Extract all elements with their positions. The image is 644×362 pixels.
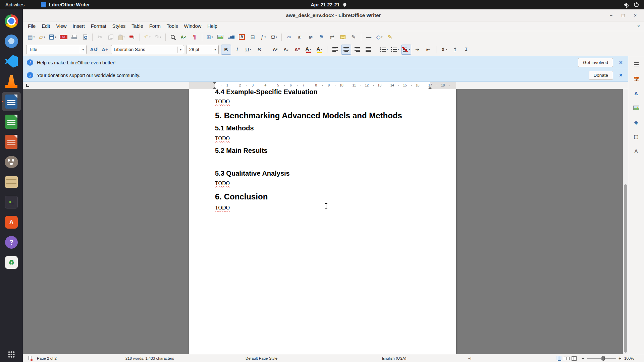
scrollbar-thumb[interactable] xyxy=(624,184,627,353)
fmt-clear-formatting[interactable]: Aˣ xyxy=(292,45,302,55)
zoom-slider[interactable] xyxy=(587,358,616,359)
maximize-button[interactable]: □ xyxy=(619,12,627,18)
fmt-underline[interactable]: U▾ xyxy=(243,45,253,55)
tb1-print-preview[interactable] xyxy=(80,32,90,42)
sidebar-styles-button[interactable]: A xyxy=(631,88,641,98)
fmt-bold[interactable]: B xyxy=(221,45,231,55)
infobar-close-icon[interactable]: × xyxy=(619,72,623,79)
system-indicators[interactable] xyxy=(624,2,639,7)
fmt-decrease-paragraph-spacing[interactable]: ↧ xyxy=(461,45,471,55)
dock-gimp[interactable] xyxy=(2,152,21,172)
tb1-insert-comment[interactable] xyxy=(338,32,348,42)
page-count[interactable]: Page 2 of 2 xyxy=(37,354,57,362)
document-page[interactable]: 4.4 Example-Specific EvaluationTODO5. Be… xyxy=(189,89,456,354)
menu-tools[interactable]: Tools xyxy=(164,22,181,30)
menu-insert[interactable]: Insert xyxy=(70,22,88,30)
tb1-basic-shapes[interactable]: ◇▾ xyxy=(374,32,384,42)
activities-button[interactable]: Activities xyxy=(5,2,24,7)
single-page-view-button[interactable] xyxy=(556,356,562,360)
title-bar[interactable]: awe_desk_env.docx - LibreOffice Writer −… xyxy=(23,9,644,21)
dock-impress[interactable] xyxy=(2,132,21,152)
book-view-button[interactable] xyxy=(571,356,577,360)
fmt-italic[interactable]: I xyxy=(232,45,242,55)
close-document-button[interactable]: × xyxy=(637,23,640,29)
tb1-show-draw-functions[interactable]: ✎ xyxy=(385,32,395,42)
tb1-horizontal-line[interactable]: — xyxy=(364,32,374,42)
tb1-new-document[interactable]: ▤▾ xyxy=(26,32,36,42)
dock-vlc[interactable] xyxy=(2,72,21,91)
selection-mode-icon[interactable]: ⌐I xyxy=(468,354,471,362)
tab-stop-selector[interactable] xyxy=(26,84,29,87)
zoom-in-button[interactable]: + xyxy=(619,354,621,362)
font-name-select[interactable]: Liberation Sans ▾ xyxy=(111,45,184,54)
tb1-insert-image[interactable] xyxy=(215,32,225,42)
page-style[interactable]: Default Page Style xyxy=(246,354,277,362)
first-line-indent-marker[interactable] xyxy=(213,82,216,84)
left-indent-marker[interactable] xyxy=(213,87,216,89)
fmt-no-list[interactable]: ▾ xyxy=(401,45,411,55)
tb1-print[interactable] xyxy=(69,32,79,42)
tb1-open[interactable]: ▱▾ xyxy=(37,32,47,42)
doc-line[interactable]: TODO xyxy=(215,180,230,186)
dock-trash[interactable]: ♻ xyxy=(2,253,21,272)
fmt-align-justify[interactable] xyxy=(363,45,373,55)
dock-ubuntu-software[interactable]: A xyxy=(2,213,21,232)
sidebar-navigator-button[interactable]: ◈ xyxy=(631,117,641,127)
tb1-insert-endnote[interactable]: aⁿ xyxy=(306,32,316,42)
tb1-insert-page-break[interactable]: ⊟ xyxy=(248,32,258,42)
fmt-align-right[interactable] xyxy=(352,45,362,55)
doc-line[interactable]: 5.2 Main Results xyxy=(215,147,268,155)
fmt-font-color[interactable]: A▾ xyxy=(303,45,313,55)
word-count[interactable]: 218 words, 1,433 characters xyxy=(125,354,174,362)
tb1-track-changes[interactable]: ✎ xyxy=(348,32,359,42)
tb1-undo[interactable]: ↶▾ xyxy=(142,32,152,42)
dock-terminal[interactable]: >_ xyxy=(2,192,21,212)
paragraph-style-select[interactable]: Title ▾ xyxy=(26,45,87,54)
update-style-button[interactable]: A↺ xyxy=(89,45,99,55)
dock-help[interactable]: ? xyxy=(2,233,21,252)
menu-form[interactable]: Form xyxy=(146,22,164,30)
menu-file[interactable]: File xyxy=(25,22,39,30)
zoom-out-button[interactable]: − xyxy=(582,354,584,362)
tb1-copy[interactable] xyxy=(106,32,116,42)
fmt-unordered-list[interactable]: ▾ xyxy=(379,45,389,55)
doc-line[interactable]: TODO xyxy=(215,99,230,105)
donate-button[interactable]: Donate xyxy=(589,71,613,80)
menu-view[interactable]: View xyxy=(53,22,69,30)
text-language[interactable]: English (USA) xyxy=(382,354,406,362)
fmt-align-center[interactable] xyxy=(341,45,351,55)
topbar-app-indicator[interactable]: LibreOffice Writer xyxy=(41,2,90,7)
menu-styles[interactable]: Styles xyxy=(109,22,129,30)
zoom-level[interactable]: 100% xyxy=(624,354,634,362)
menu-help[interactable]: Help xyxy=(204,22,220,30)
tb1-paste[interactable]: ▾ xyxy=(116,32,126,42)
sidebar-sidebar-settings-button[interactable] xyxy=(631,60,641,69)
tb1-find-replace[interactable] xyxy=(168,32,178,42)
fmt-superscript[interactable]: A² xyxy=(270,45,280,55)
app-grid-button[interactable] xyxy=(8,351,15,358)
tb1-insert-cross-reference[interactable]: ⇄ xyxy=(327,32,337,42)
tb1-cut[interactable]: ✂ xyxy=(95,32,105,42)
tb1-insert-field[interactable]: ƒ▾ xyxy=(258,32,268,42)
document-modified-icon[interactable] xyxy=(28,356,32,361)
fmt-highlight-color[interactable]: A▾ xyxy=(314,45,324,55)
doc-line[interactable]: 5.3 Qualitative Analysis xyxy=(215,170,290,177)
tb1-insert-table[interactable]: ⊞▾ xyxy=(205,32,215,42)
doc-line[interactable]: 4.4 Example-Specific Evaluation xyxy=(215,89,318,96)
new-style-button[interactable]: A+ xyxy=(100,45,110,55)
tb1-insert-chart[interactable]: ▂▅▇ xyxy=(226,32,236,42)
dock-files[interactable] xyxy=(2,172,21,192)
doc-line[interactable]: 5. Benchmarking Advanced Models and Meth… xyxy=(215,111,402,120)
tb1-clone-formatting[interactable] xyxy=(127,32,137,42)
infobar-close-icon[interactable]: × xyxy=(619,59,623,66)
vertical-scrollbar[interactable] xyxy=(623,89,628,354)
tb1-spelling[interactable]: A✓ xyxy=(179,32,189,42)
doc-line[interactable]: 5.1 Methods xyxy=(215,124,254,132)
fmt-subscript[interactable]: A₂ xyxy=(281,45,291,55)
tb1-insert-bookmark[interactable]: ⚑ xyxy=(316,32,326,42)
menu-edit[interactable]: Edit xyxy=(39,22,53,30)
fmt-strikethrough[interactable]: S xyxy=(254,45,264,55)
sidebar-page-button[interactable]: ▢ xyxy=(631,132,641,141)
fmt-decrease-indent[interactable]: ⇤ xyxy=(423,45,433,55)
doc-line[interactable]: TODO xyxy=(215,205,230,211)
